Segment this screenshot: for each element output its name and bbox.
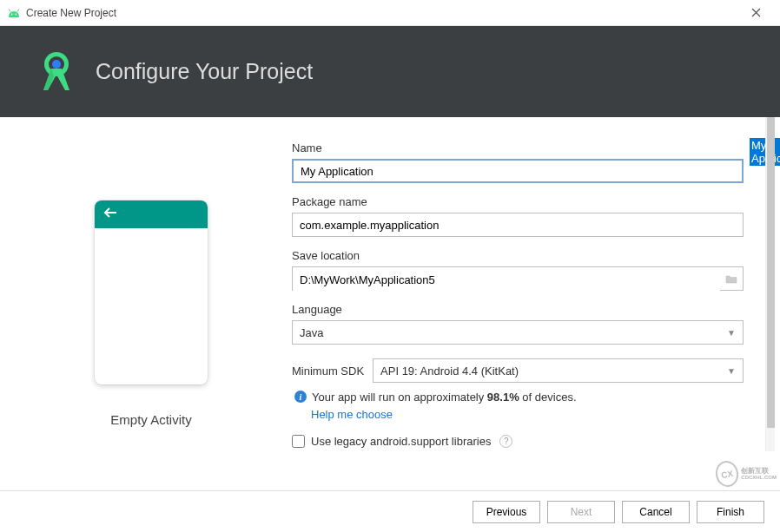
template-preview [95,200,208,384]
back-arrow-icon [103,207,117,222]
scrollbar-thumb[interactable] [767,117,775,428]
info-icon: i [294,391,307,403]
svg-line-2 [9,9,10,11]
template-name: Empty Activity [110,412,191,427]
help-me-choose-link[interactable]: Help me choose [311,408,393,421]
language-label: Language [292,303,744,316]
close-button[interactable] [738,1,773,25]
page-title: Configure Your Project [96,59,313,84]
help-icon[interactable]: ? [499,435,512,448]
location-label: Save location [292,249,744,262]
scrollbar[interactable] [765,117,775,451]
cancel-button[interactable]: Cancel [622,501,690,523]
android-icon [7,8,21,18]
next-button[interactable]: Next [547,501,615,523]
titlebar: Create New Project [0,0,780,26]
legacy-libraries-checkbox[interactable] [292,435,305,448]
window-title: Create New Project [26,7,738,19]
finish-button[interactable]: Finish [697,501,764,523]
name-label: Name [292,141,744,154]
chevron-down-icon: ▼ [727,366,736,376]
svg-line-3 [17,9,19,11]
browse-folder-button[interactable] [720,267,743,290]
svg-point-1 [15,13,17,15]
svg-point-0 [11,13,13,15]
sdk-select[interactable]: API 19: Android 4.4 (KitKat) ▼ [373,358,744,383]
footer-buttons: Previous Next Cancel Finish [0,490,780,532]
svg-point-8 [52,60,61,69]
language-value: Java [300,326,323,339]
android-studio-logo-icon [33,49,80,95]
sdk-value: API 19: Android 4.4 (KitKat) [380,365,519,378]
location-input[interactable] [293,267,720,292]
legacy-libraries-label: Use legacy android.support libraries [311,435,491,448]
sdk-label: Minimum SDK [292,365,364,378]
previous-button[interactable]: Previous [473,501,540,523]
chevron-down-icon: ▼ [727,328,736,338]
package-label: Package name [292,195,744,208]
device-coverage-text: Your app will run on approximately 98.1%… [312,391,577,405]
package-input[interactable] [292,213,744,237]
header-banner: Configure Your Project [0,26,780,117]
language-select[interactable]: Java ▼ [292,320,744,345]
name-input[interactable] [292,159,744,183]
